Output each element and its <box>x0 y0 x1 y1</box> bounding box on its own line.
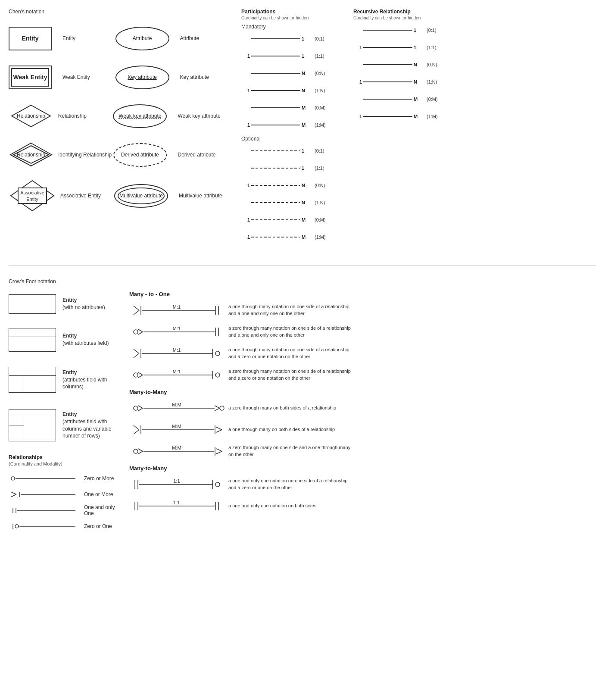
svg-text:M:M: M:M <box>172 445 181 450</box>
part-line-0nm: N <box>241 71 310 76</box>
solid-line <box>251 107 300 108</box>
cf-entity-attr-top <box>9 328 56 337</box>
svg-text:M:1: M:1 <box>173 369 181 374</box>
solid-line <box>363 47 412 48</box>
relationships-sublabel: (Cardinality and Modality) <box>9 461 116 466</box>
crows-section: Crow's Foot notation Entity (with no att… <box>9 278 596 537</box>
solid-line <box>251 56 300 56</box>
one-only-label: One and only One <box>84 504 116 516</box>
one-only-icon <box>9 506 78 515</box>
solid-line <box>251 73 300 74</box>
dashed-line <box>251 219 300 220</box>
solid-line <box>363 81 412 82</box>
multivalue-label: Multivalue attribute <box>119 193 163 199</box>
cf-entity-col-body <box>9 376 56 392</box>
part-line-11o: 1 <box>241 166 310 171</box>
mm-row-2: M:M a one through many on both sides of … <box>129 422 596 437</box>
rec-row-0n: N (0:N) <box>353 58 457 71</box>
m1-diagram-1: M:1 <box>129 304 228 317</box>
entity-label: Entity <box>22 35 39 42</box>
svg-line-78 <box>216 449 222 451</box>
participations-subtitle: Cardinality can be shown or hidden <box>241 16 345 20</box>
mm-label-2: a one through many on both sides of a re… <box>228 426 335 433</box>
m1-svg-4: M:1 <box>131 369 226 381</box>
svg-point-71 <box>134 449 138 453</box>
identifying-relationship-diamond: Relationship <box>9 141 54 169</box>
rec-row-01: 1 (0:1) <box>353 24 457 37</box>
part-row-0m-mandatory: M (0:M) <box>241 101 345 114</box>
part-line-1no: 1 N <box>241 183 310 188</box>
cf-entity-col-right <box>24 376 56 392</box>
svg-point-44 <box>215 351 220 356</box>
svg-text:1:1: 1:1 <box>173 478 180 484</box>
zero-more-icon <box>9 474 78 483</box>
derived-attribute-desc: Derived attribute <box>178 152 233 158</box>
weak-key-desc: Weak key attribute <box>178 113 233 119</box>
weak-entity-desc: Weak Entity <box>62 74 115 80</box>
solid-line <box>363 116 412 117</box>
m1-label-1: a one through many notation on one side … <box>228 303 349 317</box>
svg-text:M:1: M:1 <box>173 326 181 331</box>
mm-diagram-2: M:M <box>129 423 228 436</box>
svg-point-9 <box>11 477 15 480</box>
mm-diagram-3: M:M <box>129 445 228 458</box>
cf-entity-var-left-row-1 <box>9 417 24 425</box>
rec-line-0n: N <box>353 62 422 67</box>
svg-point-52 <box>215 373 220 377</box>
11-label-2: a one and only one notation on both side… <box>228 503 316 509</box>
cf-entity-basic-label: Entity (with no attributes) <box>62 297 105 311</box>
crows-left-column: Entity (with no attributes) Entity (with… <box>9 291 116 537</box>
svg-line-55 <box>138 408 143 411</box>
rec-line-1m: 1 M <box>353 114 422 119</box>
multivalue-desc: Multivalue attribute <box>179 193 233 199</box>
svg-line-59 <box>215 406 220 408</box>
one-one-section: Many-to-Many 1:1 <box>129 465 596 513</box>
rec-row-1n: 1 N (1:N) <box>353 75 457 88</box>
associative-entity-desc: Associative Entity <box>60 193 114 199</box>
cf-entity-basic-shape <box>9 294 56 314</box>
weak-key-shape: Weak key attribute <box>113 104 167 128</box>
m1-row-1: M:1 a one through many notation on one s… <box>129 303 596 318</box>
cf-entity-var-left-row-3 <box>9 433 24 441</box>
derived-attribute-label: Derived attribute <box>121 152 159 158</box>
m1-row-2: M:1 a zero through many notation on one … <box>129 324 596 339</box>
svg-point-61 <box>220 406 224 410</box>
svg-line-72 <box>138 449 143 451</box>
svg-line-37 <box>134 349 139 353</box>
part-line-01o: 1 <box>241 148 310 153</box>
key-attribute-shape: Key attribute <box>115 66 169 89</box>
svg-line-60 <box>215 408 220 411</box>
svg-line-31 <box>138 332 143 334</box>
m1-diagram-2: M:1 <box>129 325 228 338</box>
identifying-relationship-desc: Identifying Relationship <box>58 152 113 158</box>
svg-line-62 <box>134 425 139 430</box>
mm-svg-3: M:M <box>131 445 226 458</box>
svg-point-53 <box>134 406 138 410</box>
cf-relationships-area: Relationships (Cardinality and Modality)… <box>9 454 116 531</box>
relationship-desc: Relationship <box>58 113 113 119</box>
m1-svg-1: M:1 <box>131 304 226 317</box>
mm-diagram-1: M:M <box>129 402 228 415</box>
svg-line-38 <box>134 353 139 358</box>
cf-entity-var-label: Entity (attributes field with columns an… <box>62 411 116 440</box>
optional-section: Optional 1 (0:1) 1 (1:1) <box>241 136 345 244</box>
part-row-0m-optional: 1 M (1:M) <box>241 231 345 244</box>
11-svg-1: 1:1 <box>131 478 226 491</box>
cf-rel-one-more: One or More <box>9 489 116 500</box>
m1-diagram-4: M:1 <box>129 369 228 381</box>
mandatory-label: Mandatory <box>241 24 345 30</box>
svg-line-54 <box>138 406 143 408</box>
key-attribute-label: Key attribute <box>128 74 156 80</box>
weak-entity-shape: Weak Entity <box>9 66 52 89</box>
part-line-0no: N <box>241 200 310 205</box>
many-to-many2-title: Many-to-Many <box>129 465 596 472</box>
svg-line-73 <box>138 451 143 454</box>
cf-entity-col-label: Entity (attributes field with columns) <box>62 369 116 391</box>
svg-text:Relationship: Relationship <box>17 113 45 119</box>
svg-text:M:1: M:1 <box>173 347 181 353</box>
cf-rel-zero-one: Zero or One <box>9 521 116 531</box>
part-row-1m-mandatory: 1 M (1:M) <box>241 119 345 131</box>
attribute-label: Attribute <box>133 35 152 41</box>
m1-row-4: M:1 a zero through many notation on one … <box>129 367 596 382</box>
solid-line <box>251 38 300 39</box>
